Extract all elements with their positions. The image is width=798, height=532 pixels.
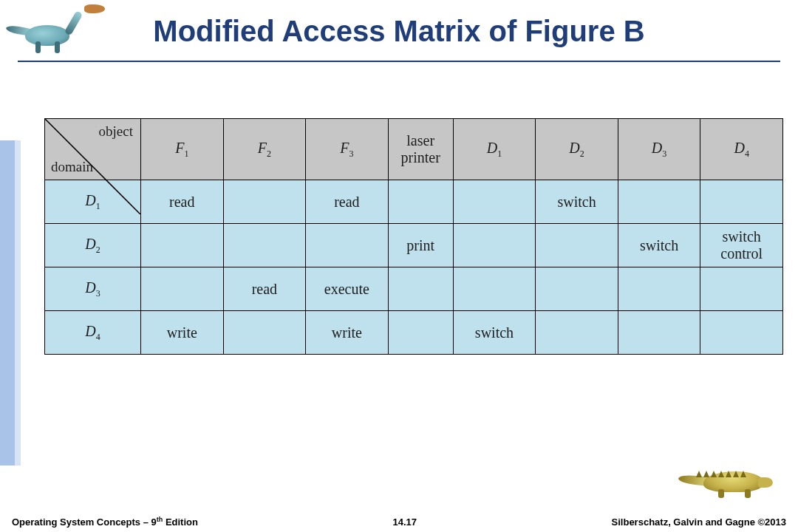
row-D3: D3 read execute bbox=[45, 267, 783, 311]
rowhead-D3: D3 bbox=[45, 267, 141, 311]
cell bbox=[141, 267, 224, 311]
rowhead-D1: D1 bbox=[45, 180, 141, 224]
rowhead-D4: D4 bbox=[45, 311, 141, 355]
rowhead-D2: D2 bbox=[45, 224, 141, 267]
dinosaur-bottom-decor bbox=[681, 461, 792, 502]
cell bbox=[141, 224, 224, 267]
cell bbox=[223, 311, 306, 355]
cell: read bbox=[141, 180, 224, 224]
cell bbox=[700, 267, 783, 311]
book-title-b: Edition bbox=[163, 516, 198, 528]
cell: switch bbox=[618, 224, 700, 267]
cell bbox=[453, 180, 536, 224]
cell: execute bbox=[306, 267, 389, 311]
col-F2: F2 bbox=[223, 119, 306, 180]
cell bbox=[453, 267, 536, 311]
cell bbox=[388, 180, 453, 224]
cell: read bbox=[223, 267, 306, 311]
cell bbox=[388, 311, 453, 355]
cell bbox=[618, 267, 700, 311]
book-title-a: Operating System Concepts – 9 bbox=[12, 516, 157, 528]
cell: switch bbox=[536, 180, 618, 224]
cell bbox=[223, 180, 306, 224]
col-laser-printer: laserprinter bbox=[388, 119, 453, 180]
slide-title: Modified Access Matrix of Figure B bbox=[153, 15, 644, 48]
cell bbox=[700, 180, 783, 224]
row-D1: D1 read read switch bbox=[45, 180, 783, 224]
cell bbox=[536, 267, 618, 311]
domain-label: domain bbox=[51, 159, 93, 175]
cell bbox=[700, 311, 783, 355]
col-D2: D2 bbox=[536, 119, 618, 180]
access-matrix: object domain F1 F2 F3 laserprinter D1 D… bbox=[44, 118, 783, 355]
col-F1: F1 bbox=[141, 119, 224, 180]
cell: read bbox=[306, 180, 389, 224]
footer-copyright: Silberschatz, Galvin and Gagne ©2013 bbox=[612, 516, 786, 528]
col-D3: D3 bbox=[618, 119, 700, 180]
cell: switch bbox=[453, 311, 536, 355]
title-wrap: Modified Access Matrix of Figure B bbox=[0, 15, 798, 48]
footer: Operating System Concepts – 9th Edition … bbox=[0, 507, 798, 532]
cell bbox=[453, 224, 536, 267]
access-matrix-table: object domain F1 F2 F3 laserprinter D1 D… bbox=[44, 118, 783, 355]
matrix-body: D1 read read switch D2 print bbox=[45, 180, 783, 355]
row-D4: D4 write write switch bbox=[45, 311, 783, 355]
corner-header: object domain bbox=[45, 119, 141, 180]
col-D4: D4 bbox=[700, 119, 783, 180]
cell bbox=[306, 224, 389, 267]
left-stripe-inner bbox=[15, 140, 21, 466]
left-stripe-outer bbox=[0, 140, 15, 466]
row-D2: D2 print switch switchcontrol bbox=[45, 224, 783, 267]
col-F3: F3 bbox=[306, 119, 389, 180]
title-underline bbox=[18, 61, 780, 62]
header-row: object domain F1 F2 F3 laserprinter D1 D… bbox=[45, 119, 783, 180]
cell bbox=[536, 224, 618, 267]
cell: switchcontrol bbox=[700, 224, 783, 267]
cell bbox=[536, 311, 618, 355]
cell bbox=[388, 267, 453, 311]
slide: Modified Access Matrix of Figure B objec… bbox=[0, 0, 798, 532]
cell bbox=[618, 180, 700, 224]
object-label: object bbox=[99, 123, 133, 140]
slide-number: 14.17 bbox=[198, 516, 612, 528]
cell: write bbox=[141, 311, 224, 355]
edition-sup: th bbox=[157, 516, 163, 523]
cell: print bbox=[388, 224, 453, 267]
footer-left: Operating System Concepts – 9th Edition bbox=[12, 516, 198, 528]
cell bbox=[618, 311, 700, 355]
cell: write bbox=[306, 311, 389, 355]
col-D1: D1 bbox=[453, 119, 536, 180]
cell bbox=[223, 224, 306, 267]
